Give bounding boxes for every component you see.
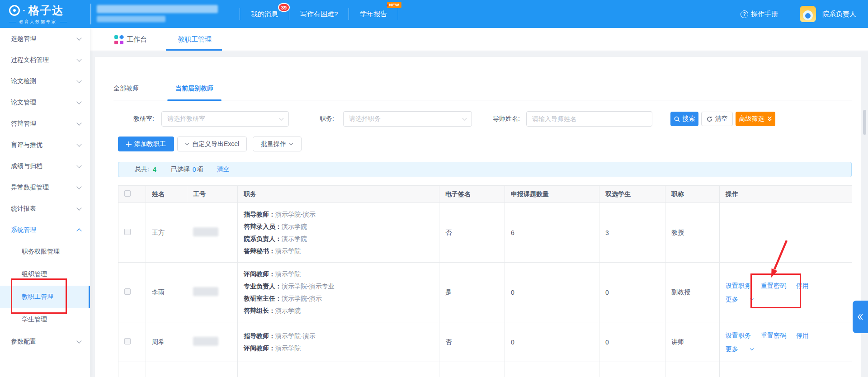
- scrollbar-thumb[interactable]: [863, 110, 866, 135]
- sidebar-item-statistics[interactable]: 统计报表: [0, 198, 90, 219]
- chevron-down-icon: [462, 116, 467, 120]
- sidebar-item-label: 异常数据管理: [11, 184, 77, 192]
- set-position-link[interactable]: 设置职务: [726, 282, 751, 289]
- sidebar-item-label: 参数配置: [11, 338, 77, 346]
- school-subname-redacted: [97, 16, 165, 22]
- annual-report-label: 学年报告: [360, 10, 387, 19]
- cell-students: 3: [599, 203, 665, 263]
- col-actions: 操作: [720, 186, 852, 203]
- cell-topics: 6: [505, 203, 599, 263]
- cell-duties: 评阅教师：演示学院 专业负责人：演示学院-演示专业 教研室主任：演示学院-演示 …: [238, 263, 439, 322]
- writing-help-label: 写作有困难?: [300, 10, 338, 19]
- chevron-down-icon: [76, 338, 81, 343]
- cell-topics: 0: [505, 263, 599, 322]
- clear-button-label: 清空: [715, 115, 728, 123]
- cell-students: 0: [599, 322, 665, 362]
- selected-label: 已选择: [171, 165, 190, 174]
- app-header: · 格子达 教育大数据专家 我的消息 39 写作有困难? 学年报告 NEW: [0, 0, 868, 28]
- chevron-down-icon: [76, 120, 81, 125]
- chevron-down-icon: [750, 297, 754, 300]
- sidebar-item-process-docs[interactable]: 过程文档管理: [0, 49, 90, 71]
- table-row: 李雨 评阅教师：演示学院 专业负责人：演示学院-演示专业 教研室主任：演示学院-…: [118, 263, 852, 322]
- clear-selection-link[interactable]: 清空: [217, 165, 229, 174]
- cell-actions: 设置职务重置密码停用 更多: [720, 322, 852, 362]
- batch-operation-label: 批量操作: [261, 140, 286, 148]
- menu-writing-help[interactable]: 写作有困难?: [289, 0, 349, 28]
- app-logo: · 格子达 教育大数据专家: [9, 3, 90, 25]
- row-checkbox[interactable]: [124, 229, 131, 235]
- sidebar-subitem-role-permission[interactable]: 职务权限管理: [0, 240, 90, 263]
- subtab-all-teachers[interactable]: 全部教师: [113, 77, 139, 100]
- sidebar-item-system-management[interactable]: 系统管理: [0, 219, 90, 240]
- select-all-checkbox[interactable]: [124, 190, 131, 197]
- search-button[interactable]: 搜索: [670, 112, 698, 126]
- disable-link[interactable]: 停用: [796, 332, 809, 339]
- staff-id-redacted: [193, 227, 218, 236]
- tutor-name-input[interactable]: [526, 111, 652, 127]
- selected-unit: 项: [197, 165, 203, 174]
- position-select[interactable]: 请选择职务: [343, 111, 472, 127]
- logo-dash-right: [60, 22, 67, 22]
- more-dropdown[interactable]: 更多: [726, 342, 753, 356]
- office-select[interactable]: 请选择教研室: [161, 111, 289, 127]
- chevron-down-icon: [76, 35, 81, 40]
- col-students: 双选学生: [599, 186, 665, 203]
- set-position-link[interactable]: 设置职务: [726, 332, 751, 339]
- more-dropdown[interactable]: 更多: [726, 292, 753, 306]
- row-checkbox[interactable]: [124, 338, 131, 344]
- reset-password-link[interactable]: 重置密码: [761, 332, 786, 339]
- sidebar: 选题管理 过程文档管理 论文检测 论文管理 答辩管理 盲评与推优 成绩与归档 异…: [0, 28, 90, 377]
- menu-annual-report[interactable]: 学年报告 NEW: [349, 0, 398, 28]
- row-checkbox[interactable]: [124, 288, 131, 295]
- active-subtab-underline: [167, 99, 222, 101]
- sidebar-item-abnormal-data[interactable]: 异常数据管理: [0, 177, 90, 198]
- chevron-down-icon: [76, 205, 81, 210]
- sidebar-subitem-label: 学生管理: [22, 316, 47, 324]
- header-menu: 我的消息 39 写作有困难? 学年报告 NEW: [240, 0, 398, 28]
- sidebar-subitem-student-management[interactable]: 学生管理: [0, 308, 90, 331]
- advanced-filter-label: 高级筛选: [739, 115, 764, 123]
- reset-password-link[interactable]: 重置密码: [761, 282, 786, 289]
- sidebar-item-parameter-config[interactable]: 参数配置: [0, 331, 90, 352]
- new-badge: NEW: [387, 2, 402, 8]
- menu-my-messages[interactable]: 我的消息 39: [240, 0, 289, 28]
- sidebar-subitem-organization[interactable]: 组织管理: [0, 263, 90, 286]
- subtab-current-batch-teachers[interactable]: 当前届别教师: [167, 77, 222, 100]
- user-role[interactable]: 院系负责人: [822, 10, 856, 19]
- sidebar-item-topic-management[interactable]: 选题管理: [0, 28, 90, 49]
- sidebar-item-label: 答辩管理: [11, 120, 77, 128]
- chevron-down-icon: [76, 163, 81, 168]
- tab-staff-management[interactable]: 教职工管理: [178, 28, 212, 51]
- col-duty: 职务: [238, 186, 439, 203]
- col-esign: 电子签名: [439, 186, 505, 203]
- total-label: 总共:: [135, 165, 149, 174]
- position-select-placeholder: 请选择职务: [349, 115, 463, 123]
- batch-operation-button[interactable]: 批量操作: [253, 137, 302, 151]
- plus-icon: [126, 141, 132, 147]
- cell-actions: 设置职务重置密码停用 更多: [720, 263, 852, 322]
- col-title: 职称: [665, 186, 720, 203]
- sidebar-subitem-staff-management[interactable]: 教职工管理: [0, 286, 90, 308]
- panel-collapse-handle[interactable]: [853, 301, 868, 333]
- add-staff-button[interactable]: 添加教职工: [118, 137, 174, 151]
- avatar[interactable]: [800, 6, 816, 22]
- sidebar-item-defense-management[interactable]: 答辩管理: [0, 113, 90, 134]
- manual-link[interactable]: 操作手册: [741, 10, 778, 19]
- cell-actions: [720, 203, 852, 263]
- search-button-label: 搜索: [683, 115, 695, 123]
- double-chevron-left-icon: [857, 314, 863, 320]
- advanced-filter-button[interactable]: 高级筛选: [736, 112, 775, 126]
- sidebar-item-paper-check[interactable]: 论文检测: [0, 71, 90, 92]
- chevron-down-icon: [76, 78, 81, 83]
- sidebar-item-paper-management[interactable]: 论文管理: [0, 92, 90, 113]
- clear-button[interactable]: 清空: [701, 112, 733, 126]
- export-excel-button[interactable]: 自定义导出Excel: [177, 137, 247, 151]
- sidebar-item-label: 论文管理: [11, 99, 77, 107]
- sidebar-item-label: 统计报表: [11, 205, 77, 213]
- tab-workbench[interactable]: 工作台: [127, 28, 147, 51]
- sidebar-item-grades-archive[interactable]: 成绩与归档: [0, 156, 90, 177]
- tab-workbench-label: 工作台: [127, 35, 147, 44]
- sidebar-item-label: 成绩与归档: [11, 162, 77, 170]
- sidebar-item-blind-review[interactable]: 盲评与推优: [0, 134, 90, 156]
- disable-link[interactable]: 停用: [796, 282, 809, 289]
